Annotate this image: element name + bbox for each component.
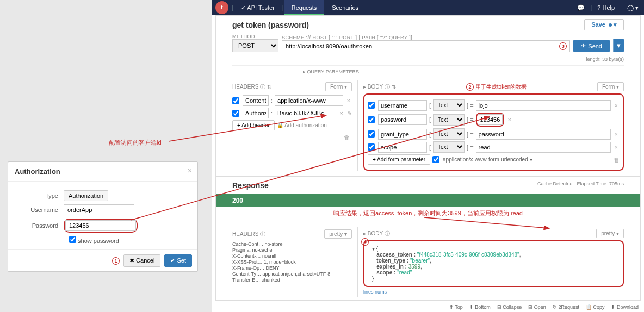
header-checkbox[interactable]	[232, 110, 239, 117]
save-button[interactable]: Save ▾	[584, 19, 624, 30]
scheme-label: SCHEME :// HOST [ ":" PORT ] [ PATH [ "?…	[282, 35, 570, 40]
resp-header-line: X-XSS-Prot… 1; mode=block	[232, 259, 352, 265]
collapse-button[interactable]: ⊟ Collapse	[497, 304, 522, 310]
remove-icon[interactable]: ×	[506, 116, 513, 123]
param-name-input[interactable]	[378, 142, 427, 153]
param-value-input[interactable]	[476, 129, 611, 140]
remove-icon[interactable]: ×	[613, 131, 620, 138]
remove-icon[interactable]: ×	[345, 97, 352, 104]
annotation-client-id: 配置访问的客户端id	[109, 139, 162, 147]
query-params-toggle[interactable]: QUERY PARAMETERS	[307, 69, 360, 74]
response-title: Response	[232, 181, 269, 190]
content-type-checkbox[interactable]	[432, 156, 439, 163]
header-row: : ×	[232, 95, 352, 106]
param-type-select[interactable]: Text	[433, 99, 465, 111]
username-input[interactable]	[64, 204, 134, 215]
param-value-input[interactable]	[476, 142, 611, 153]
param-value-input[interactable]	[478, 114, 503, 125]
auth-type-select[interactable]: Authorization	[64, 190, 108, 201]
send-dropdown[interactable]: ▾	[613, 39, 624, 52]
lines-nums-link[interactable]: lines nums	[363, 287, 624, 297]
response-json: 4 ▾ { access_token : "f448c318-3fc5-409c…	[363, 240, 624, 287]
resp-header-line: Pragma: no-cache	[232, 247, 352, 253]
body-form-dropdown[interactable]: Form ▾	[597, 82, 624, 91]
param-type-select[interactable]: Text	[433, 128, 465, 140]
trash-icon[interactable]: 🗑	[614, 157, 620, 163]
password-input[interactable]	[65, 220, 136, 231]
download-button[interactable]: ⬇ Download	[611, 304, 639, 310]
password-label: Password	[15, 222, 64, 229]
url-length: length: 33 byte(s)	[216, 55, 640, 65]
header-checkbox[interactable]	[232, 97, 239, 104]
username-label: Username	[15, 207, 64, 213]
headers-form-dropdown[interactable]: Form ▾	[325, 82, 352, 91]
resp-body-pretty[interactable]: pretty ▾	[596, 229, 624, 238]
show-password-checkbox[interactable]	[69, 236, 76, 243]
authorization-dialog: Authorization × Type Authorization Usern…	[8, 161, 198, 272]
param-name-input[interactable]	[378, 114, 427, 125]
body-row: [Text] = ×	[368, 128, 620, 140]
remove-icon[interactable]: ×	[338, 110, 345, 116]
param-checkbox[interactable]	[368, 102, 375, 109]
resp-header-line: Content-Ty… application/json;charset=UTF…	[232, 271, 352, 277]
resp-headers-pretty[interactable]: pretty ▾	[324, 229, 352, 239]
trash-icon[interactable]: 🗑	[232, 132, 352, 143]
param-value-input[interactable]	[476, 100, 611, 111]
navbar: t | ✓ API Tester | Requests Scenarios 💬|…	[212, 0, 644, 15]
param-name-input[interactable]	[378, 129, 427, 140]
copy-button[interactable]: 📋 Copy	[586, 304, 605, 310]
header-value-input[interactable]	[275, 108, 336, 118]
nav-scenarios[interactable]: Scenarios	[324, 0, 366, 15]
add-form-parameter-button[interactable]: + Add form parameter	[368, 154, 430, 165]
param-checkbox[interactable]	[368, 143, 375, 151]
body-params-box: [Text] = × [Text] = ×	[363, 93, 624, 171]
annotation-response: 响应结果，返回access_token，剩余时间为3599，当前应用权限为 re…	[216, 207, 640, 220]
param-checkbox[interactable]	[368, 116, 375, 123]
bottom-button[interactable]: ⬇ Bottom	[469, 304, 491, 310]
show-password-label: show password	[78, 238, 119, 244]
nav-api-tester[interactable]: ✓ API Tester	[233, 0, 282, 15]
send-button[interactable]: ✈ Send	[573, 40, 610, 52]
body-row: [Text] = ×	[368, 141, 620, 153]
remove-icon[interactable]: ×	[613, 144, 620, 151]
param-checkbox[interactable]	[368, 130, 375, 138]
status-code: 200	[216, 194, 640, 207]
app-logo[interactable]: t	[215, 1, 228, 14]
headers-title: HEADERS ⓘ ⇅	[232, 83, 271, 91]
header-value-input[interactable]	[275, 95, 343, 106]
main-app: t | ✓ API Tester | Requests Scenarios 💬|…	[212, 0, 644, 312]
nav-requests[interactable]: Requests	[284, 0, 324, 15]
header-name-input[interactable]	[243, 108, 269, 118]
resp-body-title: ▸ BODY ⓘ	[363, 230, 390, 238]
set-button[interactable]: ✔ Set	[164, 254, 192, 267]
close-icon[interactable]: ×	[188, 166, 192, 175]
top-button[interactable]: ⬆ Top	[449, 304, 463, 310]
remove-icon[interactable]: ×	[613, 102, 620, 109]
header-name-input[interactable]	[243, 95, 269, 106]
content-type-label[interactable]: application/x-www-form-urlencoded ▾	[443, 157, 532, 163]
open-button[interactable]: ⊞ Open	[528, 304, 546, 310]
chat-icon[interactable]: 💬	[577, 4, 585, 11]
help-link[interactable]: ? Help	[597, 4, 615, 11]
cancel-button[interactable]: ✖ Cancel	[123, 254, 160, 267]
resp-header-line: Transfer-E… chunked	[232, 277, 352, 283]
param-type-select[interactable]: Text	[433, 141, 465, 153]
body-row: [Text] = ×	[368, 99, 620, 111]
annotation-badge-4: 4	[361, 238, 369, 246]
add-authorization-link[interactable]: 🔒 Add authorization	[277, 122, 327, 128]
method-select[interactable]: POST	[232, 39, 278, 52]
param-type-select[interactable]: Text	[433, 114, 465, 126]
add-header-button[interactable]: + Add header	[232, 120, 275, 130]
resp-header-line: X-Frame-Op… DENY	[232, 265, 352, 271]
annotation-badge-2: 2	[466, 83, 474, 91]
edit-icon[interactable]: ✎	[347, 110, 352, 117]
user-icon[interactable]: ◯ ▾	[627, 4, 639, 11]
url-input[interactable]	[282, 40, 570, 52]
annotation-token-data: 用于生成token的数据	[475, 84, 527, 90]
body-row: [Text] = ×	[368, 113, 620, 127]
resp-headers-title: HEADERS ⓘ	[232, 230, 265, 238]
header-row: : × ✎	[232, 108, 352, 118]
request2-button[interactable]: ↻ 2Request	[553, 304, 579, 310]
param-name-input[interactable]	[378, 100, 427, 111]
method-label: METHOD	[232, 34, 278, 39]
